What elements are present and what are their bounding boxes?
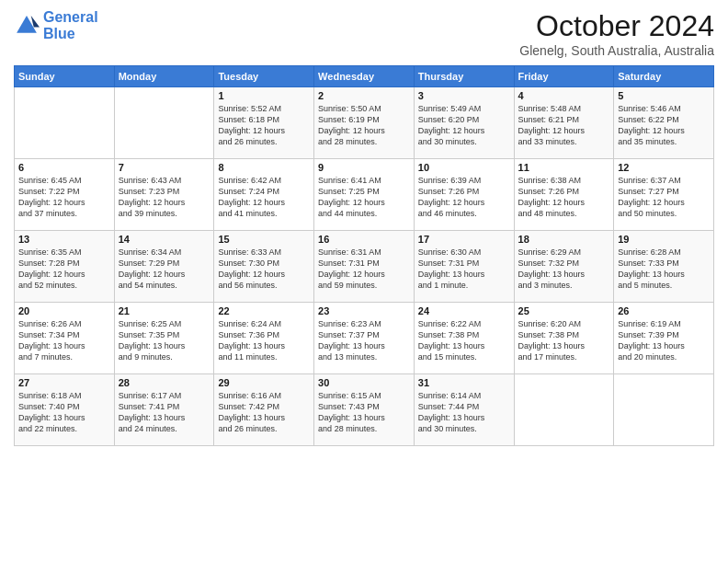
day-cell: 2Sunrise: 5:50 AM Sunset: 6:19 PM Daylig… xyxy=(314,87,415,159)
day-number: 25 xyxy=(518,305,610,316)
day-cell: 18Sunrise: 6:29 AM Sunset: 7:32 PM Dayli… xyxy=(514,231,614,303)
day-cell: 26Sunrise: 6:19 AM Sunset: 7:39 PM Dayli… xyxy=(614,303,714,374)
day-info: Sunrise: 6:19 AM Sunset: 7:39 PM Dayligh… xyxy=(618,318,710,363)
day-cell xyxy=(514,374,614,446)
day-number: 31 xyxy=(418,377,510,388)
day-info: Sunrise: 6:14 AM Sunset: 7:44 PM Dayligh… xyxy=(418,390,510,435)
day-cell: 15Sunrise: 6:33 AM Sunset: 7:30 PM Dayli… xyxy=(214,231,314,303)
week-row-2: 6Sunrise: 6:45 AM Sunset: 7:22 PM Daylig… xyxy=(15,159,714,231)
day-number: 5 xyxy=(618,90,710,101)
day-info: Sunrise: 6:37 AM Sunset: 7:27 PM Dayligh… xyxy=(618,175,710,220)
day-info: Sunrise: 6:20 AM Sunset: 7:38 PM Dayligh… xyxy=(518,318,610,363)
day-number: 28 xyxy=(119,377,210,388)
day-info: Sunrise: 5:49 AM Sunset: 6:20 PM Dayligh… xyxy=(418,103,510,148)
logo-icon xyxy=(14,13,40,39)
day-info: Sunrise: 6:18 AM Sunset: 7:40 PM Dayligh… xyxy=(18,390,110,435)
day-cell: 22Sunrise: 6:24 AM Sunset: 7:36 PM Dayli… xyxy=(214,303,314,374)
day-cell: 13Sunrise: 6:35 AM Sunset: 7:28 PM Dayli… xyxy=(15,231,115,303)
day-info: Sunrise: 6:35 AM Sunset: 7:28 PM Dayligh… xyxy=(18,247,110,292)
day-number: 8 xyxy=(218,162,310,173)
day-info: Sunrise: 6:42 AM Sunset: 7:24 PM Dayligh… xyxy=(218,175,310,220)
day-info: Sunrise: 5:50 AM Sunset: 6:19 PM Dayligh… xyxy=(318,103,410,148)
day-cell xyxy=(614,374,714,446)
day-number: 26 xyxy=(618,305,710,316)
week-row-5: 27Sunrise: 6:18 AM Sunset: 7:40 PM Dayli… xyxy=(15,374,714,446)
week-row-1: 1Sunrise: 5:52 AM Sunset: 6:18 PM Daylig… xyxy=(15,87,714,159)
day-cell: 5Sunrise: 5:46 AM Sunset: 6:22 PM Daylig… xyxy=(614,87,714,159)
day-cell: 23Sunrise: 6:23 AM Sunset: 7:37 PM Dayli… xyxy=(314,303,415,374)
title-area: October 2024 Glenelg, South Australia, A… xyxy=(519,9,714,58)
day-number: 19 xyxy=(618,234,710,245)
day-info: Sunrise: 5:52 AM Sunset: 6:18 PM Dayligh… xyxy=(218,103,310,148)
day-number: 3 xyxy=(418,90,510,101)
calendar-table: Sunday Monday Tuesday Wednesday Thursday… xyxy=(14,65,714,446)
day-cell: 19Sunrise: 6:28 AM Sunset: 7:33 PM Dayli… xyxy=(614,231,714,303)
day-info: Sunrise: 6:30 AM Sunset: 7:31 PM Dayligh… xyxy=(418,247,510,292)
day-cell: 8Sunrise: 6:42 AM Sunset: 7:24 PM Daylig… xyxy=(214,159,314,231)
day-cell: 27Sunrise: 6:18 AM Sunset: 7:40 PM Dayli… xyxy=(15,374,115,446)
day-number: 1 xyxy=(218,90,310,101)
day-cell: 21Sunrise: 6:25 AM Sunset: 7:35 PM Dayli… xyxy=(114,303,214,374)
day-cell: 4Sunrise: 5:48 AM Sunset: 6:21 PM Daylig… xyxy=(514,87,614,159)
day-cell: 29Sunrise: 6:16 AM Sunset: 7:42 PM Dayli… xyxy=(214,374,314,446)
logo: General Blue xyxy=(14,9,98,41)
logo-text: General Blue xyxy=(43,9,98,41)
day-cell: 9Sunrise: 6:41 AM Sunset: 7:25 PM Daylig… xyxy=(314,159,415,231)
day-cell: 17Sunrise: 6:30 AM Sunset: 7:31 PM Dayli… xyxy=(414,231,514,303)
day-cell: 28Sunrise: 6:17 AM Sunset: 7:41 PM Dayli… xyxy=(114,374,214,446)
day-info: Sunrise: 6:15 AM Sunset: 7:43 PM Dayligh… xyxy=(318,390,410,435)
day-info: Sunrise: 6:45 AM Sunset: 7:22 PM Dayligh… xyxy=(18,175,110,220)
day-info: Sunrise: 6:16 AM Sunset: 7:42 PM Dayligh… xyxy=(218,390,310,435)
col-sunday: Sunday xyxy=(15,66,115,87)
day-number: 22 xyxy=(218,305,310,316)
day-info: Sunrise: 6:43 AM Sunset: 7:23 PM Dayligh… xyxy=(119,175,210,220)
day-info: Sunrise: 6:22 AM Sunset: 7:38 PM Dayligh… xyxy=(418,318,510,363)
day-cell: 7Sunrise: 6:43 AM Sunset: 7:23 PM Daylig… xyxy=(114,159,214,231)
day-number: 21 xyxy=(119,305,210,316)
day-number: 7 xyxy=(119,162,210,173)
day-number: 16 xyxy=(318,234,410,245)
day-number: 23 xyxy=(318,305,410,316)
header: General Blue October 2024 Glenelg, South… xyxy=(14,9,714,58)
day-info: Sunrise: 6:34 AM Sunset: 7:29 PM Dayligh… xyxy=(119,247,210,292)
day-number: 29 xyxy=(218,377,310,388)
day-info: Sunrise: 6:17 AM Sunset: 7:41 PM Dayligh… xyxy=(119,390,210,435)
col-tuesday: Tuesday xyxy=(214,66,314,87)
day-cell: 20Sunrise: 6:26 AM Sunset: 7:34 PM Dayli… xyxy=(15,303,115,374)
day-cell: 11Sunrise: 6:38 AM Sunset: 7:26 PM Dayli… xyxy=(514,159,614,231)
day-info: Sunrise: 6:31 AM Sunset: 7:31 PM Dayligh… xyxy=(318,247,410,292)
day-number: 15 xyxy=(218,234,310,245)
day-info: Sunrise: 5:46 AM Sunset: 6:22 PM Dayligh… xyxy=(618,103,710,148)
day-info: Sunrise: 6:33 AM Sunset: 7:30 PM Dayligh… xyxy=(218,247,310,292)
week-row-3: 13Sunrise: 6:35 AM Sunset: 7:28 PM Dayli… xyxy=(15,231,714,303)
col-monday: Monday xyxy=(114,66,214,87)
day-number: 9 xyxy=(318,162,410,173)
day-info: Sunrise: 6:41 AM Sunset: 7:25 PM Dayligh… xyxy=(318,175,410,220)
day-number: 14 xyxy=(119,234,210,245)
day-info: Sunrise: 6:24 AM Sunset: 7:36 PM Dayligh… xyxy=(218,318,310,363)
header-row: Sunday Monday Tuesday Wednesday Thursday… xyxy=(15,66,714,87)
logo-general: General xyxy=(43,9,98,25)
subtitle: Glenelg, South Australia, Australia xyxy=(519,43,714,58)
day-cell: 31Sunrise: 6:14 AM Sunset: 7:44 PM Dayli… xyxy=(414,374,514,446)
day-number: 20 xyxy=(18,305,110,316)
day-cell: 25Sunrise: 6:20 AM Sunset: 7:38 PM Dayli… xyxy=(514,303,614,374)
col-friday: Friday xyxy=(514,66,614,87)
day-cell: 30Sunrise: 6:15 AM Sunset: 7:43 PM Dayli… xyxy=(314,374,415,446)
day-info: Sunrise: 6:25 AM Sunset: 7:35 PM Dayligh… xyxy=(119,318,210,363)
day-number: 11 xyxy=(518,162,610,173)
day-cell: 16Sunrise: 6:31 AM Sunset: 7:31 PM Dayli… xyxy=(314,231,415,303)
day-cell: 14Sunrise: 6:34 AM Sunset: 7:29 PM Dayli… xyxy=(114,231,214,303)
day-cell: 24Sunrise: 6:22 AM Sunset: 7:38 PM Dayli… xyxy=(414,303,514,374)
day-number: 30 xyxy=(318,377,410,388)
day-info: Sunrise: 5:48 AM Sunset: 6:21 PM Dayligh… xyxy=(518,103,610,148)
col-thursday: Thursday xyxy=(414,66,514,87)
day-number: 10 xyxy=(418,162,510,173)
day-cell: 3Sunrise: 5:49 AM Sunset: 6:20 PM Daylig… xyxy=(414,87,514,159)
logo-blue: Blue xyxy=(43,26,98,42)
day-info: Sunrise: 6:38 AM Sunset: 7:26 PM Dayligh… xyxy=(518,175,610,220)
day-number: 4 xyxy=(518,90,610,101)
col-wednesday: Wednesday xyxy=(314,66,415,87)
day-cell: 12Sunrise: 6:37 AM Sunset: 7:27 PM Dayli… xyxy=(614,159,714,231)
page: General Blue October 2024 Glenelg, South… xyxy=(0,0,728,563)
